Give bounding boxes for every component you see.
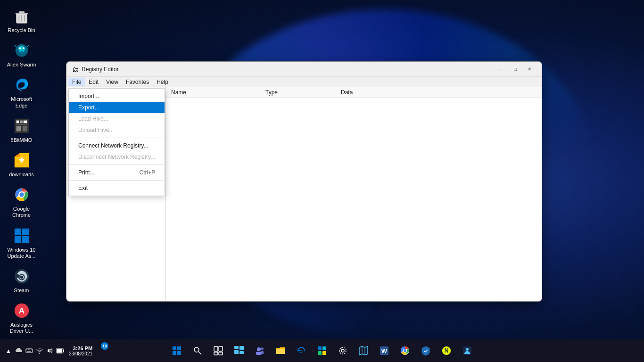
window-titlebar: 🗂 Registry Editor ─ □ ✕ <box>66 62 542 77</box>
desktop-icon-steam[interactable]: Steam <box>4 264 39 296</box>
desktop-icon-alien-swarm[interactable]: Alien Swarm <box>4 38 39 71</box>
downloads-label: downloads <box>6 172 37 178</box>
close-button[interactable]: ✕ <box>523 65 536 74</box>
desktop-icon-microsoft-edge[interactable]: Microsoft Edge <box>4 73 39 111</box>
print-shortcut: Ctrl+P <box>139 169 155 176</box>
svg-point-61 <box>404 349 406 352</box>
desktop-icon-8bitmmo[interactable]: 8BitMMO <box>4 114 39 146</box>
desktop-icon-windows-update[interactable]: Windows 10 Update As... <box>4 223 39 262</box>
svg-point-21 <box>19 192 24 197</box>
svg-rect-33 <box>177 351 181 355</box>
file-menu-import[interactable]: Import... <box>69 90 165 102</box>
system-clock[interactable]: 3:26 PM 23/08/2021 <box>66 345 95 357</box>
taskbar-edge-button[interactable] <box>292 341 311 360</box>
svg-rect-32 <box>173 351 176 355</box>
window-title-icon: 🗂 <box>72 66 79 73</box>
taskbar-agent-button[interactable] <box>458 341 477 360</box>
svg-rect-43 <box>239 351 244 354</box>
taskbar-teams-button[interactable] <box>250 341 269 360</box>
tray-battery-icon[interactable] <box>56 346 65 355</box>
taskbar-start-button[interactable] <box>167 341 186 360</box>
svg-point-9 <box>22 48 24 49</box>
taskbar-widgets-button[interactable] <box>230 341 248 360</box>
svg-point-72 <box>39 353 40 354</box>
tray-wifi-icon[interactable] <box>35 346 44 355</box>
desktop-icon-google-chrome[interactable]: Google Chrome <box>4 182 39 221</box>
svg-point-53 <box>339 347 346 354</box>
file-menu-unload-hive: Unload Hive... <box>69 124 165 136</box>
file-menu[interactable]: File Import... Export... Load Hive... <box>68 78 85 86</box>
svg-line-35 <box>198 352 201 354</box>
svg-rect-41 <box>239 346 244 350</box>
desktop-icon-recycle-bin[interactable]: Recycle Bin <box>4 4 39 36</box>
taskbar-chrome-button[interactable] <box>396 341 414 360</box>
tray-cloud-icon[interactable] <box>14 346 24 355</box>
favorites-menu[interactable]: Favorites <box>122 78 153 86</box>
column-header-type: Type <box>262 88 337 97</box>
file-menu-separator-3 <box>69 180 165 181</box>
taskbar-word-button[interactable]: W <box>375 341 394 360</box>
svg-rect-22 <box>14 228 21 235</box>
svg-point-27 <box>20 275 24 279</box>
svg-text:A: A <box>18 306 24 315</box>
file-menu-print[interactable]: Print... Ctrl+P <box>69 167 165 178</box>
svg-rect-51 <box>322 351 326 355</box>
file-menu-disconnect-network: Disconnect Network Registry... <box>69 151 165 163</box>
svg-rect-74 <box>63 350 64 352</box>
svg-point-45 <box>261 347 264 350</box>
taskbar-center: W <box>167 341 477 360</box>
windows-update-label: Windows 10 Update As... <box>6 247 37 259</box>
windows-update-icon <box>12 226 31 245</box>
help-menu[interactable]: Help <box>153 78 172 86</box>
svg-rect-36 <box>214 346 218 351</box>
svg-rect-18 <box>22 126 27 131</box>
8bitmmo-icon <box>12 116 31 135</box>
tray-volume-icon[interactable] <box>45 346 55 355</box>
file-menu-exit[interactable]: Exit <box>69 182 165 194</box>
taskbar-maps-button[interactable] <box>354 341 373 360</box>
svg-marker-54 <box>359 346 368 355</box>
taskbar-norton-button[interactable]: N <box>437 341 456 360</box>
notification-center[interactable]: 10 <box>96 339 109 362</box>
recycle-bin-label: Recycle Bin <box>6 27 37 33</box>
view-menu[interactable]: View <box>102 78 122 86</box>
svg-rect-39 <box>219 352 223 355</box>
downloads-icon <box>12 151 31 170</box>
file-menu-export[interactable]: Export... <box>69 102 165 113</box>
desktop-icon-downloads[interactable]: downloads <box>4 148 39 181</box>
taskbar-store-button[interactable] <box>313 341 331 360</box>
svg-line-10 <box>14 45 16 47</box>
column-headers: Name Type Data <box>165 87 542 98</box>
svg-rect-25 <box>22 236 28 242</box>
tray-keyboard-icon[interactable] <box>25 346 34 355</box>
taskbar-search-button[interactable] <box>188 341 207 360</box>
svg-rect-17 <box>16 126 21 131</box>
taskbar-security-button[interactable] <box>416 341 435 360</box>
svg-rect-49 <box>322 346 326 350</box>
8bitmmo-label: 8BitMMO <box>6 137 37 143</box>
maximize-button[interactable]: □ <box>509 65 522 74</box>
google-chrome-icon <box>12 185 31 204</box>
taskbar-filemanager-button[interactable] <box>271 341 290 360</box>
registry-editor-window: 🗂 Registry Editor ─ □ ✕ File Import... <box>66 61 542 302</box>
registry-value-panel: Name Type Data <box>165 87 542 301</box>
taskbar-taskview-button[interactable] <box>209 341 228 360</box>
file-menu-load-hive: Load Hive... <box>69 113 165 124</box>
taskbar: W <box>0 339 644 362</box>
svg-text:N: N <box>445 347 449 354</box>
svg-rect-15 <box>23 120 27 123</box>
column-header-data: Data <box>337 88 540 97</box>
desktop-icon-auslogics[interactable]: A Auslogics Driver U... <box>4 298 39 337</box>
svg-rect-75 <box>57 349 62 353</box>
alien-swarm-icon <box>12 41 31 60</box>
file-dropdown-menu: Import... Export... Load Hive... Unload … <box>68 88 165 196</box>
svg-rect-66 <box>26 349 33 353</box>
tray-expand-button[interactable]: ▲ <box>4 346 13 355</box>
minimize-button[interactable]: ─ <box>495 65 508 74</box>
svg-line-11 <box>27 45 29 47</box>
taskbar-settings-button[interactable] <box>333 341 352 360</box>
file-menu-connect-network[interactable]: Connect Network Registry... <box>69 140 165 151</box>
edit-menu[interactable]: Edit <box>85 78 102 86</box>
svg-rect-48 <box>318 346 322 350</box>
alien-swarm-label: Alien Swarm <box>6 62 37 68</box>
